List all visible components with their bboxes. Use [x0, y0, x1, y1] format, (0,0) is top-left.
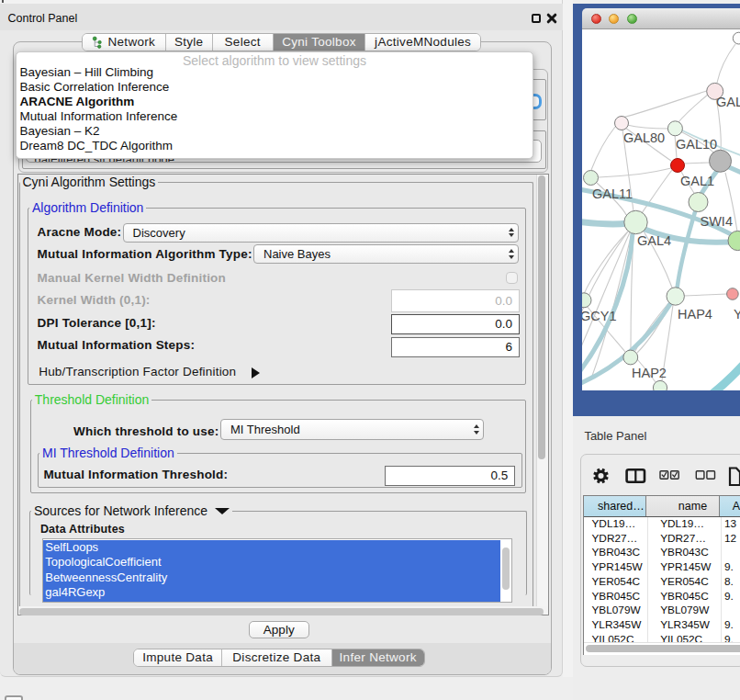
svg-text:GAL11: GAL11 — [592, 186, 633, 201]
svg-text:HAP4: HAP4 — [678, 307, 712, 322]
svg-text:GAL2: GAL2 — [716, 95, 740, 109]
svg-text:GCY1: GCY1 — [582, 308, 617, 322]
svg-text:GAL10: GAL10 — [676, 137, 717, 152]
svg-text:GAL1: GAL1 — [680, 174, 714, 188]
svg-text:GAL80: GAL80 — [623, 130, 665, 145]
svg-text:Y: Y — [734, 307, 740, 322]
svg-text:GAL4: GAL4 — [637, 233, 671, 248]
svg-text:HAP2: HAP2 — [632, 366, 667, 380]
svg-text:SWI4: SWI4 — [701, 213, 733, 228]
